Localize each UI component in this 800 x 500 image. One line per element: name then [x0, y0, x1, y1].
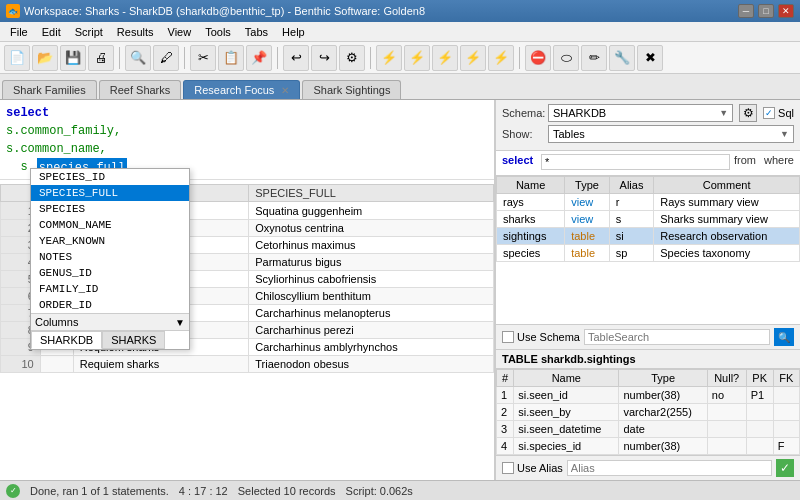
tb-copy-btn[interactable]: 📋 [218, 45, 244, 71]
menu-tools[interactable]: Tools [199, 24, 237, 40]
query-inputs: select from where [496, 151, 800, 176]
bottom-section: Use Schema 🔍 TABLE sharkdb.sightings # N… [496, 324, 800, 480]
cols-name-header: Name [514, 370, 619, 387]
tb-stop-btn[interactable]: ⛔ [525, 45, 551, 71]
cols-fk-header: FK [773, 370, 799, 387]
ac-common-name[interactable]: COMMON_NAME [31, 217, 189, 233]
tab-shark-families[interactable]: Shark Families [2, 80, 97, 99]
menu-bar: File Edit Script Results View Tools Tabs… [0, 22, 800, 42]
schema-label: Schema: [502, 107, 542, 119]
menu-edit[interactable]: Edit [36, 24, 67, 40]
tb-new-btn[interactable]: 📄 [4, 45, 30, 71]
column-row: 2 si.seen_by varchar2(255) [497, 404, 800, 421]
schema-sharks-btn[interactable]: SHARKS [102, 331, 165, 349]
table-row: Carcharhinus melanopterus [249, 305, 494, 322]
tb-run5-btn[interactable]: ⚡ [488, 45, 514, 71]
tabs-bar: Shark Families Reef Sharks Research Focu… [0, 74, 800, 100]
tb-find-btn[interactable]: 🔍 [125, 45, 151, 71]
select-input[interactable] [541, 154, 730, 170]
tables-col-alias: Alias [609, 177, 654, 194]
tb-undo-btn[interactable]: ↩ [283, 45, 309, 71]
tb-close-btn[interactable]: ✖ [637, 45, 663, 71]
schema-combo-arrow: ▼ [719, 108, 728, 118]
sql-checkbox[interactable]: ✓ Sql [763, 107, 794, 119]
tb-settings-btn[interactable]: 🔧 [609, 45, 635, 71]
menu-help[interactable]: Help [276, 24, 311, 40]
tb-run2-btn[interactable]: ⚡ [404, 45, 430, 71]
table-row[interactable]: rays view r Rays summary view [497, 194, 800, 211]
tb-print-btn[interactable]: 🖨 [88, 45, 114, 71]
tb-redo-btn[interactable]: ↪ [311, 45, 337, 71]
alias-confirm-icon[interactable]: ✓ [776, 459, 794, 477]
tb-oval-btn[interactable]: ⬭ [553, 45, 579, 71]
tab-reef-sharks[interactable]: Reef Sharks [99, 80, 182, 99]
table-row[interactable]: sharks view s Sharks summary view [497, 211, 800, 228]
tb-sep1 [119, 47, 120, 69]
schema-settings-icon[interactable]: ⚙ [739, 104, 757, 122]
ac-species-full[interactable]: SPECIES_FULL [31, 185, 189, 201]
table-search-input[interactable] [584, 329, 770, 345]
ac-order-id[interactable]: ORDER_ID [31, 297, 189, 313]
cols-pk-header: PK [746, 370, 773, 387]
ac-species-id[interactable]: SPECIES_ID [31, 169, 189, 185]
tb-pencil-btn[interactable]: ✏ [581, 45, 607, 71]
ac-notes[interactable]: NOTES [31, 249, 189, 265]
from-label: from [734, 154, 756, 170]
table-row: Chiloscyllium benthitum [249, 288, 494, 305]
tb-save-btn[interactable]: 💾 [60, 45, 86, 71]
where-label: where [764, 154, 794, 170]
show-combo[interactable]: Tables ▼ [548, 125, 794, 143]
status-ok-icon: ✓ [6, 484, 20, 498]
menu-view[interactable]: View [162, 24, 198, 40]
cols-null-header: Null? [707, 370, 746, 387]
use-schema-row: Use Schema 🔍 [496, 325, 800, 350]
status-position: 4 : 17 : 12 [179, 485, 228, 497]
tab-close-icon[interactable]: ✕ [281, 85, 289, 96]
schema-sharkdb-btn[interactable]: SHARKDB [31, 331, 102, 349]
menu-script[interactable]: Script [69, 24, 109, 40]
tab-research-focus[interactable]: Research Focus ✕ [183, 80, 300, 99]
tables-col-comment: Comment [654, 177, 800, 194]
tb-run3-btn[interactable]: ⚡ [432, 45, 458, 71]
tb-cut-btn[interactable]: ✂ [190, 45, 216, 71]
table-row: Requiem sharks [73, 356, 248, 373]
tables-list: Name Type Alias Comment rays view r Rays… [496, 176, 800, 324]
status-bar: ✓ Done, ran 1 of 1 statements. 4 : 17 : … [0, 480, 800, 500]
maximize-button[interactable]: □ [758, 4, 774, 18]
cols-type-header: Type [619, 370, 707, 387]
ac-genus-id[interactable]: GENUS_ID [31, 265, 189, 281]
close-button[interactable]: ✕ [778, 4, 794, 18]
use-alias-checkbox[interactable]: Use Alias [502, 462, 563, 474]
menu-tabs[interactable]: Tabs [239, 24, 274, 40]
schema-section: Schema: SHARKDB ▼ ⚙ ✓ Sql Show: Tables ▼ [496, 100, 800, 151]
columns-arrow[interactable]: ▼ [175, 317, 185, 328]
use-alias-check [502, 462, 514, 474]
ac-year-known[interactable]: YEAR_KNOWN [31, 233, 189, 249]
left-panel: select s.common_family, s.common_name, s… [0, 100, 495, 480]
toolbar: 📄 📂 💾 🖨 🔍 🖊 ✂ 📋 📌 ↩ ↪ ⚙ ⚡ ⚡ ⚡ ⚡ ⚡ ⛔ ⬭ ✏ … [0, 42, 800, 74]
ac-species[interactable]: SPECIES [31, 201, 189, 217]
ac-family-id[interactable]: FAMILY_ID [31, 281, 189, 297]
menu-file[interactable]: File [4, 24, 34, 40]
schema-combo[interactable]: SHARKDB ▼ [548, 104, 733, 122]
right-panel: Schema: SHARKDB ▼ ⚙ ✓ Sql Show: Tables ▼ [495, 100, 800, 480]
tb-run4-btn[interactable]: ⚡ [460, 45, 486, 71]
minimize-button[interactable]: ─ [738, 4, 754, 18]
tb-open-btn[interactable]: 📂 [32, 45, 58, 71]
tb-paste-btn[interactable]: 📌 [246, 45, 272, 71]
tab-shark-sightings[interactable]: Shark Sightings [302, 80, 401, 99]
col-species-header[interactable]: SPECIES_FULL [249, 185, 494, 202]
menu-results[interactable]: Results [111, 24, 160, 40]
show-combo-arrow: ▼ [780, 129, 789, 139]
table-info-label: TABLE sharkdb.sightings [496, 350, 800, 369]
alias-input[interactable] [567, 460, 772, 476]
tb-run-btn[interactable]: ⚡ [376, 45, 402, 71]
use-schema-checkbox[interactable]: Use Schema [502, 331, 580, 343]
table-row[interactable]: sightings table si Research observation [497, 228, 800, 245]
tb-sep4 [370, 47, 371, 69]
tb-replace-btn[interactable]: 🖊 [153, 45, 179, 71]
table-search-btn[interactable]: 🔍 [774, 328, 794, 346]
tb-format-btn[interactable]: ⚙ [339, 45, 365, 71]
table-row[interactable]: species table sp Species taxonomy [497, 245, 800, 262]
tables-table: Name Type Alias Comment rays view r Rays… [496, 176, 800, 262]
